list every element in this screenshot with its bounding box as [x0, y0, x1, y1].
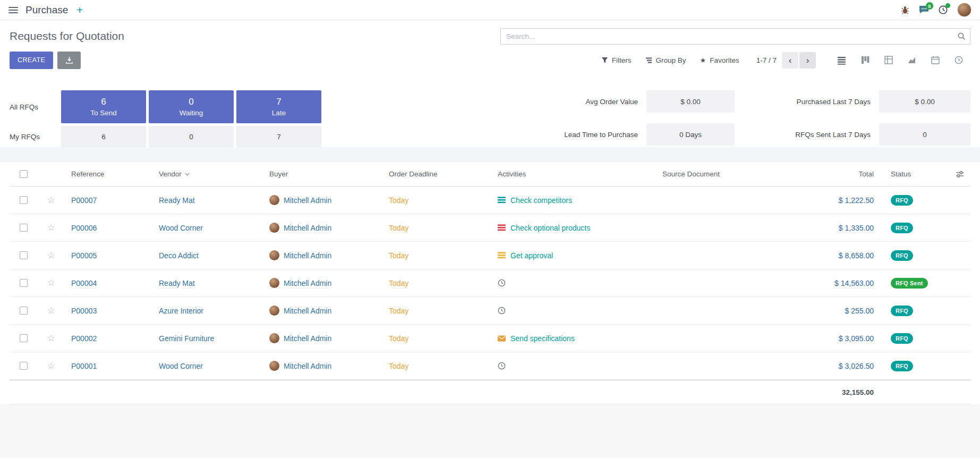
table-row[interactable]: ☆ P00003 Azure Interior Mitchell Admin T…	[10, 297, 970, 325]
list-view-button[interactable]	[830, 53, 854, 68]
vendor-cell: Deco Addict	[152, 251, 263, 260]
status-cell: RFQ	[884, 361, 949, 371]
filters-button[interactable]: Filters	[601, 56, 632, 64]
graph-view-button[interactable]	[900, 53, 924, 67]
tile-count: 7	[276, 97, 281, 107]
reference-cell: P00004	[65, 279, 152, 287]
header-activities[interactable]: Activities	[491, 170, 656, 178]
table-row[interactable]: ☆ P00001 Wood Corner Mitchell Admin Toda…	[10, 352, 970, 380]
buyer-cell: Mitchell Admin	[263, 195, 382, 205]
plus-icon[interactable]: +	[75, 5, 84, 15]
row-checkbox[interactable]	[20, 334, 28, 342]
pager-value[interactable]: 1-7 / 7	[756, 56, 777, 64]
calendar-view-button[interactable]	[924, 53, 947, 67]
row-checkbox[interactable]	[20, 224, 28, 232]
favorite-star-icon[interactable]: ☆	[37, 277, 65, 289]
tile-waiting[interactable]: 0 Waiting	[149, 90, 234, 123]
app-name-menu[interactable]: Purchase	[25, 4, 68, 16]
activity-cell[interactable]: Check competitors	[491, 196, 656, 205]
navbar-left: Purchase +	[8, 4, 84, 16]
download-icon	[65, 56, 73, 64]
apps-menu-icon[interactable]	[8, 7, 18, 13]
search-input[interactable]	[500, 28, 970, 45]
my-tile-to-send[interactable]: 6	[61, 126, 146, 147]
debug-bug-icon[interactable]	[901, 6, 909, 14]
activity-list-icon	[498, 197, 506, 203]
header-vendor[interactable]: Vendor	[152, 170, 263, 178]
favorite-star-icon[interactable]: ☆	[37, 360, 65, 371]
activity-cell[interactable]: Get approval	[491, 251, 656, 260]
activity-cell[interactable]: Check optional products	[491, 224, 656, 232]
table-row[interactable]: ☆ P00004 Ready Mat Mitchell Admin Today …	[10, 269, 970, 297]
stat-value-rfqs-sent-last-7-days[interactable]: 0	[879, 123, 970, 146]
stat-value-lead-time-to-purchase[interactable]: 0 Days	[646, 123, 735, 146]
user-avatar[interactable]	[957, 3, 972, 17]
favorite-star-icon[interactable]: ☆	[37, 222, 65, 233]
my-tile-late[interactable]: 7	[236, 126, 321, 147]
header-source-document[interactable]: Source Document	[656, 170, 805, 178]
stat-label-avg-order-value: Avg Order Value	[521, 98, 638, 106]
header-status[interactable]: Status	[884, 170, 949, 178]
pager-next-button[interactable]: ›	[799, 52, 816, 69]
reference-cell: P00007	[65, 196, 152, 205]
buyer-avatar	[269, 195, 279, 205]
stat-value-avg-order-value[interactable]: $ 0.00	[646, 90, 735, 113]
header-buyer[interactable]: Buyer	[263, 170, 382, 178]
favorite-star-icon[interactable]: ☆	[37, 333, 65, 344]
favorites-button[interactable]: ★ Favorites	[700, 56, 739, 64]
row-checkbox[interactable]	[20, 251, 28, 259]
row-checkbox[interactable]	[20, 279, 28, 287]
header-reference[interactable]: Reference	[65, 170, 152, 178]
buyer-cell: Mitchell Admin	[263, 278, 382, 288]
pivot-view-button[interactable]	[877, 53, 900, 67]
activity-cell[interactable]: Send specifications	[491, 334, 656, 343]
dashboard-stats: Avg Order Value $ 0.00 Purchased Last 7 …	[521, 90, 970, 146]
search-icon[interactable]	[957, 32, 966, 42]
buyer-avatar	[269, 361, 279, 371]
messages-icon[interactable]: 5	[919, 5, 929, 14]
table-row[interactable]: ☆ P00007 Ready Mat Mitchell Admin Today …	[10, 186, 970, 214]
row-checkbox[interactable]	[20, 196, 28, 204]
vendor-cell: Ready Mat	[152, 196, 263, 205]
select-all-checkbox[interactable]	[20, 170, 28, 178]
row-checkbox[interactable]	[20, 307, 28, 315]
buyer-cell: Mitchell Admin	[263, 361, 382, 371]
header-total[interactable]: Total	[805, 170, 884, 178]
pager-previous-button[interactable]: ‹	[782, 52, 798, 69]
row-checkbox[interactable]	[20, 362, 28, 370]
optional-columns-button[interactable]	[949, 170, 970, 179]
header-order-deadline[interactable]: Order Deadline	[382, 170, 491, 178]
table-row[interactable]: ☆ P00002 Gemini Furniture Mitchell Admin…	[10, 325, 970, 352]
activity-clock-icon	[498, 307, 506, 315]
all-rfqs-label: All RFQs	[10, 90, 58, 123]
tile-count: 0	[189, 97, 193, 107]
activity-view-button[interactable]	[947, 53, 970, 67]
chevron-right-icon: ›	[806, 56, 809, 65]
my-tile-waiting[interactable]: 0	[149, 126, 234, 147]
stat-value-purchased-last-7-days[interactable]: $ 0.00	[879, 90, 970, 113]
search-bar	[500, 28, 970, 45]
favorite-star-icon[interactable]: ☆	[37, 305, 65, 316]
activity-cell[interactable]	[491, 279, 656, 287]
total-cell: $ 14,563.00	[805, 279, 884, 287]
export-button[interactable]	[57, 52, 81, 69]
vendor-cell: Wood Corner	[152, 224, 263, 232]
control-panel: Requests for Quotation CREATE Filters Gr…	[0, 20, 980, 78]
activity-cell[interactable]	[491, 307, 656, 315]
tile-late[interactable]: 7 Late	[236, 90, 321, 123]
tile-label: Late	[272, 109, 286, 117]
activity-clock-icon	[498, 362, 506, 370]
table-row[interactable]: ☆ P00006 Wood Corner Mitchell Admin Toda…	[10, 214, 970, 242]
favorites-label: Favorites	[710, 56, 739, 64]
kanban-view-button[interactable]	[854, 53, 877, 67]
activity-cell[interactable]	[491, 362, 656, 370]
activities-clock-icon[interactable]	[939, 5, 948, 14]
tile-count: 6	[101, 97, 106, 107]
activity-list-icon	[498, 224, 506, 231]
favorite-star-icon[interactable]: ☆	[37, 250, 65, 261]
create-button[interactable]: CREATE	[10, 52, 53, 69]
favorite-star-icon[interactable]: ☆	[37, 194, 65, 206]
tile-to-send[interactable]: 6 To Send	[61, 90, 146, 123]
group-by-button[interactable]: Group By	[645, 56, 686, 64]
table-row[interactable]: ☆ P00005 Deco Addict Mitchell Admin Toda…	[10, 242, 970, 269]
